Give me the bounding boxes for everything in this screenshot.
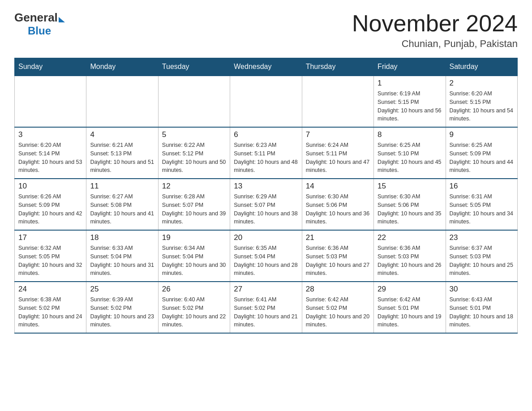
day-info: Sunrise: 6:23 AMSunset: 5:11 PMDaylight:… <box>234 141 298 175</box>
calendar-cell: 25Sunrise: 6:39 AMSunset: 5:02 PMDayligh… <box>86 282 158 333</box>
calendar-cell: 14Sunrise: 6:30 AMSunset: 5:06 PMDayligh… <box>302 179 373 230</box>
day-number: 4 <box>90 130 154 139</box>
day-info: Sunrise: 6:19 AMSunset: 5:15 PMDaylight:… <box>378 90 442 123</box>
page-header: General Blue November 2024 Chunian, Punj… <box>14 11 518 50</box>
column-header-thursday: Thursday <box>302 58 373 76</box>
calendar-cell <box>86 76 158 127</box>
column-header-sunday: Sunday <box>15 58 86 76</box>
day-number: 20 <box>234 233 298 242</box>
day-info: Sunrise: 6:36 AMSunset: 5:03 PMDaylight:… <box>378 244 442 278</box>
day-info: Sunrise: 6:42 AMSunset: 5:01 PMDaylight:… <box>378 295 442 329</box>
calendar-cell: 7Sunrise: 6:24 AMSunset: 5:11 PMDaylight… <box>302 127 373 179</box>
calendar-cell: 21Sunrise: 6:36 AMSunset: 5:03 PMDayligh… <box>302 230 373 282</box>
day-number: 16 <box>450 182 514 191</box>
calendar-cell: 13Sunrise: 6:29 AMSunset: 5:07 PMDayligh… <box>230 179 302 230</box>
day-info: Sunrise: 6:22 AMSunset: 5:12 PMDaylight:… <box>162 141 226 175</box>
day-number: 17 <box>18 233 82 242</box>
calendar-cell: 1Sunrise: 6:19 AMSunset: 5:15 PMDaylight… <box>374 76 446 127</box>
day-number: 26 <box>162 285 226 294</box>
calendar-header-row: SundayMondayTuesdayWednesdayThursdayFrid… <box>15 58 518 76</box>
day-number: 27 <box>234 285 298 294</box>
calendar-cell: 12Sunrise: 6:28 AMSunset: 5:07 PMDayligh… <box>158 179 230 230</box>
calendar-cell: 27Sunrise: 6:41 AMSunset: 5:02 PMDayligh… <box>230 282 302 333</box>
calendar-cell: 6Sunrise: 6:23 AMSunset: 5:11 PMDaylight… <box>230 127 302 179</box>
day-info: Sunrise: 6:32 AMSunset: 5:05 PMDaylight:… <box>18 244 82 278</box>
calendar-cell: 15Sunrise: 6:30 AMSunset: 5:06 PMDayligh… <box>374 179 446 230</box>
day-number: 1 <box>378 79 442 88</box>
calendar-week-row: 24Sunrise: 6:38 AMSunset: 5:02 PMDayligh… <box>15 282 518 333</box>
day-info: Sunrise: 6:30 AMSunset: 5:06 PMDaylight:… <box>306 193 370 226</box>
calendar-cell: 23Sunrise: 6:37 AMSunset: 5:03 PMDayligh… <box>446 230 517 282</box>
day-number: 5 <box>162 130 226 139</box>
day-info: Sunrise: 6:43 AMSunset: 5:01 PMDaylight:… <box>450 295 514 329</box>
day-number: 21 <box>306 233 370 242</box>
calendar-cell: 9Sunrise: 6:25 AMSunset: 5:09 PMDaylight… <box>446 127 517 179</box>
calendar-cell: 4Sunrise: 6:21 AMSunset: 5:13 PMDaylight… <box>86 127 158 179</box>
day-info: Sunrise: 6:21 AMSunset: 5:13 PMDaylight:… <box>90 141 154 175</box>
column-header-friday: Friday <box>374 58 446 76</box>
calendar-cell: 24Sunrise: 6:38 AMSunset: 5:02 PMDayligh… <box>15 282 86 333</box>
column-header-saturday: Saturday <box>446 58 517 76</box>
calendar-cell: 22Sunrise: 6:36 AMSunset: 5:03 PMDayligh… <box>374 230 446 282</box>
calendar-cell: 19Sunrise: 6:34 AMSunset: 5:04 PMDayligh… <box>158 230 230 282</box>
calendar-week-row: 17Sunrise: 6:32 AMSunset: 5:05 PMDayligh… <box>15 230 518 282</box>
calendar-cell: 28Sunrise: 6:42 AMSunset: 5:02 PMDayligh… <box>302 282 373 333</box>
calendar-cell <box>302 76 373 127</box>
calendar-cell: 17Sunrise: 6:32 AMSunset: 5:05 PMDayligh… <box>15 230 86 282</box>
logo: General Blue <box>14 11 65 37</box>
day-info: Sunrise: 6:24 AMSunset: 5:11 PMDaylight:… <box>306 141 370 175</box>
calendar-cell <box>158 76 230 127</box>
day-info: Sunrise: 6:39 AMSunset: 5:02 PMDaylight:… <box>90 295 154 329</box>
day-number: 8 <box>378 130 442 139</box>
calendar-cell: 10Sunrise: 6:26 AMSunset: 5:09 PMDayligh… <box>15 179 86 230</box>
day-info: Sunrise: 6:41 AMSunset: 5:02 PMDaylight:… <box>234 295 298 329</box>
day-info: Sunrise: 6:33 AMSunset: 5:04 PMDaylight:… <box>90 244 154 278</box>
day-number: 22 <box>378 233 442 242</box>
calendar-cell: 16Sunrise: 6:31 AMSunset: 5:05 PMDayligh… <box>446 179 517 230</box>
calendar-cell: 2Sunrise: 6:20 AMSunset: 5:15 PMDaylight… <box>446 76 517 127</box>
day-number: 12 <box>162 182 226 191</box>
day-info: Sunrise: 6:37 AMSunset: 5:03 PMDaylight:… <box>450 244 514 278</box>
logo-arrow-icon <box>59 17 65 22</box>
column-header-monday: Monday <box>86 58 158 76</box>
day-number: 23 <box>450 233 514 242</box>
calendar-week-row: 10Sunrise: 6:26 AMSunset: 5:09 PMDayligh… <box>15 179 518 230</box>
day-number: 7 <box>306 130 370 139</box>
calendar-cell: 5Sunrise: 6:22 AMSunset: 5:12 PMDaylight… <box>158 127 230 179</box>
day-info: Sunrise: 6:25 AMSunset: 5:10 PMDaylight:… <box>378 141 442 175</box>
calendar-cell: 18Sunrise: 6:33 AMSunset: 5:04 PMDayligh… <box>86 230 158 282</box>
day-number: 19 <box>162 233 226 242</box>
calendar-week-row: 3Sunrise: 6:20 AMSunset: 5:14 PMDaylight… <box>15 127 518 179</box>
calendar-cell: 30Sunrise: 6:43 AMSunset: 5:01 PMDayligh… <box>446 282 517 333</box>
calendar-cell <box>15 76 86 127</box>
day-number: 13 <box>234 182 298 191</box>
day-number: 10 <box>18 182 82 191</box>
logo-general-text: General <box>14 11 58 25</box>
day-number: 18 <box>90 233 154 242</box>
month-title: November 2024 <box>352 11 518 36</box>
calendar-cell: 20Sunrise: 6:35 AMSunset: 5:04 PMDayligh… <box>230 230 302 282</box>
day-info: Sunrise: 6:27 AMSunset: 5:08 PMDaylight:… <box>90 193 154 226</box>
calendar-cell <box>230 76 302 127</box>
calendar-cell: 8Sunrise: 6:25 AMSunset: 5:10 PMDaylight… <box>374 127 446 179</box>
day-info: Sunrise: 6:29 AMSunset: 5:07 PMDaylight:… <box>234 193 298 226</box>
day-number: 6 <box>234 130 298 139</box>
day-number: 25 <box>90 285 154 294</box>
day-number: 9 <box>450 130 514 139</box>
day-number: 3 <box>18 130 82 139</box>
day-number: 24 <box>18 285 82 294</box>
day-number: 11 <box>90 182 154 191</box>
day-number: 28 <box>306 285 370 294</box>
day-info: Sunrise: 6:36 AMSunset: 5:03 PMDaylight:… <box>306 244 370 278</box>
calendar-week-row: 1Sunrise: 6:19 AMSunset: 5:15 PMDaylight… <box>15 76 518 127</box>
day-info: Sunrise: 6:42 AMSunset: 5:02 PMDaylight:… <box>306 295 370 329</box>
day-info: Sunrise: 6:38 AMSunset: 5:02 PMDaylight:… <box>18 295 82 329</box>
day-info: Sunrise: 6:26 AMSunset: 5:09 PMDaylight:… <box>18 193 82 226</box>
day-info: Sunrise: 6:20 AMSunset: 5:14 PMDaylight:… <box>18 141 82 175</box>
day-info: Sunrise: 6:28 AMSunset: 5:07 PMDaylight:… <box>162 193 226 226</box>
calendar-cell: 11Sunrise: 6:27 AMSunset: 5:08 PMDayligh… <box>86 179 158 230</box>
location-title: Chunian, Punjab, Pakistan <box>352 38 518 50</box>
day-number: 15 <box>378 182 442 191</box>
title-block: November 2024 Chunian, Punjab, Pakistan <box>352 11 518 50</box>
logo-blue-text: Blue <box>28 25 51 37</box>
